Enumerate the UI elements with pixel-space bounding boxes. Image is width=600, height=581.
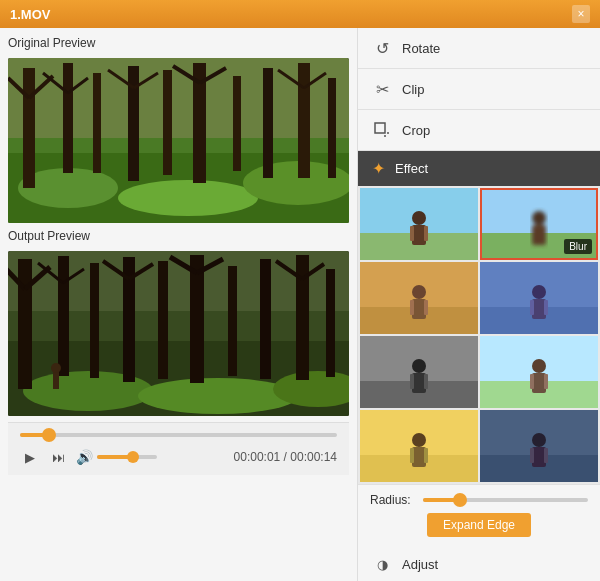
left-panel: Original Preview (0, 28, 357, 581)
svg-rect-100 (532, 447, 546, 467)
svg-rect-82 (412, 373, 426, 393)
svg-rect-39 (260, 259, 271, 379)
svg-point-99 (532, 433, 546, 447)
radius-label: Radius: (370, 493, 415, 507)
effect-thumb-1[interactable]: Blur (480, 188, 598, 260)
svg-rect-96 (424, 448, 428, 463)
svg-rect-61 (410, 226, 414, 241)
svg-rect-78 (544, 300, 548, 315)
svg-rect-70 (412, 299, 426, 319)
skip-button[interactable]: ⏭ (48, 447, 68, 467)
time-current: 00:00:01 (234, 450, 281, 464)
svg-rect-95 (410, 448, 414, 463)
volume-area: 🔊 (76, 449, 157, 465)
svg-rect-38 (228, 266, 237, 376)
svg-rect-7 (63, 63, 73, 173)
svg-rect-10 (163, 70, 172, 175)
effect-thumb-5[interactable] (480, 336, 598, 408)
effect-thumb-2[interactable] (360, 262, 478, 334)
svg-rect-34 (90, 263, 99, 378)
svg-point-59 (412, 211, 426, 225)
svg-rect-77 (530, 300, 534, 315)
svg-rect-88 (532, 373, 546, 393)
volume-thumb[interactable] (127, 451, 139, 463)
svg-rect-15 (328, 78, 336, 178)
svg-rect-102 (544, 448, 548, 463)
svg-rect-14 (298, 63, 310, 178)
close-button[interactable]: × (572, 5, 590, 23)
blur-tooltip: Blur (564, 239, 592, 254)
svg-point-93 (412, 433, 426, 447)
svg-rect-37 (190, 255, 204, 383)
svg-point-4 (118, 180, 258, 216)
svg-rect-32 (18, 259, 32, 389)
controls-area: ▶ ⏭ 🔊 00:00:01 / 00:00:14 (8, 422, 349, 475)
main-layout: Original Preview (0, 28, 600, 581)
radius-slider[interactable] (423, 498, 588, 502)
effect-label: Effect (395, 161, 428, 176)
time-display: 00:00:01 / 00:00:14 (234, 450, 337, 464)
original-preview (8, 58, 349, 223)
output-preview-label: Output Preview (8, 229, 349, 243)
effect-thumb-3[interactable] (480, 262, 598, 334)
radius-section: Radius: Expand Edge (358, 484, 600, 545)
play-button[interactable]: ▶ (20, 447, 40, 467)
svg-rect-36 (158, 261, 168, 379)
time-separator: / (284, 450, 287, 464)
original-preview-label: Original Preview (8, 36, 349, 50)
svg-rect-13 (263, 68, 273, 178)
rotate-tool[interactable]: ↺ Rotate (358, 28, 600, 69)
svg-rect-89 (530, 374, 534, 389)
svg-rect-8 (93, 73, 101, 173)
titlebar: 1.MOV × (0, 0, 600, 28)
effect-thumb-6[interactable] (360, 410, 478, 482)
seekbar-thumb[interactable] (42, 428, 56, 442)
effect-thumb-4[interactable] (360, 336, 478, 408)
clip-tool[interactable]: ✂ Clip (358, 69, 600, 110)
svg-rect-12 (233, 76, 241, 171)
crop-icon (372, 120, 392, 140)
svg-rect-33 (58, 256, 69, 376)
svg-rect-94 (412, 447, 426, 467)
svg-rect-83 (410, 374, 414, 389)
svg-point-81 (412, 359, 426, 373)
svg-rect-90 (544, 374, 548, 389)
svg-rect-54 (375, 123, 385, 133)
volume-icon: 🔊 (76, 449, 93, 465)
effect-section-header[interactable]: ✦ Effect (358, 151, 600, 186)
adjust-label: Adjust (402, 557, 438, 572)
crop-label: Crop (402, 123, 430, 138)
effect-icon: ✦ (372, 159, 385, 178)
playback-controls: ▶ ⏭ 🔊 00:00:01 / 00:00:14 (12, 445, 345, 469)
rotate-label: Rotate (402, 41, 440, 56)
volume-fill (97, 455, 130, 459)
effect-grid: Blur (358, 186, 600, 484)
radius-thumb[interactable] (453, 493, 467, 507)
output-preview (8, 251, 349, 416)
svg-point-69 (412, 285, 426, 299)
effect-thumb-0[interactable] (360, 188, 478, 260)
seekbar-container (12, 429, 345, 441)
effect-thumb-7[interactable] (480, 410, 598, 482)
svg-point-87 (532, 359, 546, 373)
expand-edge-container: Expand Edge (370, 513, 588, 537)
svg-rect-71 (410, 300, 414, 315)
svg-rect-60 (412, 225, 426, 245)
crop-tool[interactable]: Crop (358, 110, 600, 151)
expand-edge-button[interactable]: Expand Edge (427, 513, 531, 537)
seekbar[interactable] (20, 433, 337, 437)
svg-rect-6 (23, 68, 35, 188)
window-title: 1.MOV (10, 7, 50, 22)
svg-rect-41 (326, 269, 335, 377)
volume-slider[interactable] (97, 455, 157, 459)
svg-rect-62 (424, 226, 428, 241)
clip-icon: ✂ (372, 79, 392, 99)
svg-point-75 (532, 285, 546, 299)
right-panel: ↺ Rotate ✂ Clip Crop ✦ Effect (357, 28, 600, 581)
clip-label: Clip (402, 82, 424, 97)
radius-fill (423, 498, 456, 502)
time-total: 00:00:14 (290, 450, 337, 464)
svg-rect-52 (53, 371, 59, 389)
svg-point-65 (532, 211, 546, 225)
adjust-tool[interactable]: ◑ Adjust (358, 545, 600, 581)
